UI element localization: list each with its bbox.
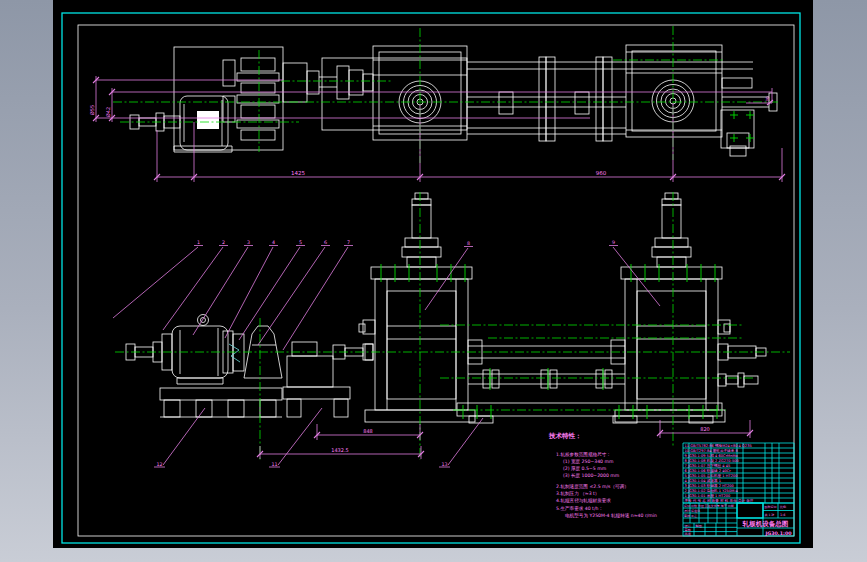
dim-label-top-span2: 960 — [596, 170, 607, 176]
note-line: 4.轧辊直径与轧辊材质要求 — [556, 498, 611, 504]
parts-row: 9 JG30.1-09 轧辊 4 60CrMnMo — [685, 454, 738, 458]
titleblock-row2: 设计 标准化 — [684, 509, 700, 513]
notes-title: 技术特性： — [548, 432, 582, 440]
top-view-rails — [467, 57, 722, 141]
stage-label: 阶段标记 — [765, 505, 777, 509]
sign-design: 设计 — [685, 524, 692, 528]
top-view-motor — [130, 96, 232, 152]
note-line: (2) 厚度 0.5~5 mm — [563, 465, 607, 472]
front-view-stand1 — [359, 193, 475, 422]
note-line: 电机型号为 Y250M-4 轧辊转速 n≈40 r/min — [565, 512, 657, 519]
note-line: (3) 长度 1000~2000 mm — [563, 473, 620, 479]
top-view-dimensions: Ø55 Ø42 1425 960 30 — [89, 76, 785, 182]
screw-down-2 — [652, 193, 691, 267]
parts-row: 4 JG30.1-04 减速器 1 — [685, 479, 722, 483]
title-block: 标记 处数 分区 更改文件号 签字 日期 设计 标准化 审核 工艺 设计 制图 … — [683, 503, 794, 536]
balloon-9: 9 — [612, 240, 615, 245]
titleblock-row1: 标记 处数 分区 更改文件号 签字 日期 — [683, 504, 734, 508]
dim-label-right-small: 30 — [765, 96, 770, 102]
parts-row: 7 JG30.1-07 压下螺丝 4 45 — [685, 463, 731, 468]
parts-row: 10 GB/T297-84 圆锥滚子轴承 8 — [685, 448, 739, 453]
dim-label-front-a: 848 — [363, 428, 373, 434]
balloon-2: 2 — [222, 240, 225, 245]
note-line: 1.轧板参数范围规格尺寸： — [556, 451, 611, 458]
sign-approve: 批准 — [685, 532, 692, 536]
parts-list-table: 11 GB/T5782-86 螺栓M24×80 4 Q235 10 GB/T29… — [683, 443, 794, 503]
front-view-reducer — [244, 326, 373, 387]
cyan-hatch-detail — [229, 344, 240, 362]
note-line: (1) 宽度 250~340 mm — [563, 459, 614, 465]
front-view-bases — [160, 387, 722, 423]
front-view-stand2 — [615, 193, 766, 422]
sign-draw: 制图 — [696, 524, 702, 528]
front-view: 1 2 3 4 5 6 7 8 9 12 11 13 848 1432.5 82… — [113, 192, 790, 467]
top-view-output-bracket — [721, 62, 777, 156]
parts-row: 6 JG30.1-06 联接轴 2 40Cr — [685, 469, 732, 473]
drawing-title: 轧板机设备总图 — [742, 520, 789, 528]
front-view-tie-rods — [468, 340, 625, 388]
dim-label-top-span1: 1425 — [291, 170, 305, 176]
dim-label-shaft-dia2: Ø42 — [105, 107, 111, 117]
front-view-dimensions: 848 1432.5 820 — [257, 420, 753, 459]
parts-row: 5 JG30.1-05 齿轮机座 1 HT200 — [685, 473, 739, 478]
parts-row: 8 JG30.1-08 机架 2 ZG270-500 — [685, 458, 740, 463]
stage-mark-box — [737, 503, 763, 518]
lifting-eye — [198, 315, 209, 326]
cad-viewer-window: { "colors":{ "background_gradient_top":"… — [0, 0, 867, 562]
parts-row: 11 GB/T5782-86 螺栓M24×80 4 Q235 — [685, 443, 752, 448]
scale-label: 比例 — [780, 505, 786, 509]
balloon-13: 13 — [441, 462, 447, 467]
top-view-stand1 — [322, 46, 467, 140]
dim-label-front-c: 820 — [700, 426, 710, 432]
balloon-1: 1 — [197, 240, 200, 245]
cad-drawing-svg: Ø55 Ø42 1425 960 30 — [53, 0, 813, 548]
foundation-beam — [457, 403, 722, 416]
note-line: 2.轧制速度范围 ≤2.5 m/s（可调） — [556, 483, 629, 490]
top-view-gearbox — [174, 47, 283, 150]
balloon-4: 4 — [272, 240, 275, 245]
technical-notes: 技术特性： 1.轧板参数范围规格尺寸： (1) 宽度 250~340 mm (2… — [548, 432, 657, 519]
drawing-canvas[interactable]: Ø55 Ø42 1425 960 30 — [53, 0, 813, 548]
top-view: Ø55 Ø42 1425 960 30 — [89, 26, 785, 182]
scale-value: 1:4 — [780, 513, 785, 517]
sheet-count: 共 1 张 — [765, 513, 775, 517]
balloon-6: 6 — [324, 240, 327, 245]
front-view-motor — [126, 315, 244, 385]
parts-row: 1 JG30.1-01 底座 1 HT200 — [685, 493, 732, 498]
balloon-12: 12 — [156, 462, 162, 467]
top-view-centerlines — [113, 26, 779, 163]
dim-label-front-b: 1432.5 — [331, 447, 349, 453]
top-view-stand2 — [626, 45, 722, 137]
top-view-couplings — [283, 63, 373, 102]
screw-down-1 — [402, 193, 441, 267]
parts-row: 3 JG30.1-03 联轴器 2 HT200 — [685, 484, 735, 488]
balloon-11: 11 — [271, 462, 277, 467]
balloon-5: 5 — [299, 240, 302, 245]
balloon-3: 3 — [247, 240, 250, 245]
balloon-numbers: 1 2 3 4 5 6 7 8 9 12 11 13 — [156, 240, 615, 467]
parts-row: 2 JG30.1-02 电动机 1 Y250M-4 — [685, 488, 739, 493]
titleblock-row3: 审核 工艺 — [684, 514, 697, 518]
note-line: 3.轧制压力 （≈3 t） — [556, 491, 599, 497]
balloon-7: 7 — [347, 240, 350, 245]
note-line: 5.生产率要求 40 t/h： — [556, 506, 603, 512]
balloon-8: 8 — [467, 241, 470, 246]
dim-label-shaft-dia1: Ø55 — [89, 105, 95, 115]
drawing-number: JG30.1:00 — [764, 531, 792, 536]
